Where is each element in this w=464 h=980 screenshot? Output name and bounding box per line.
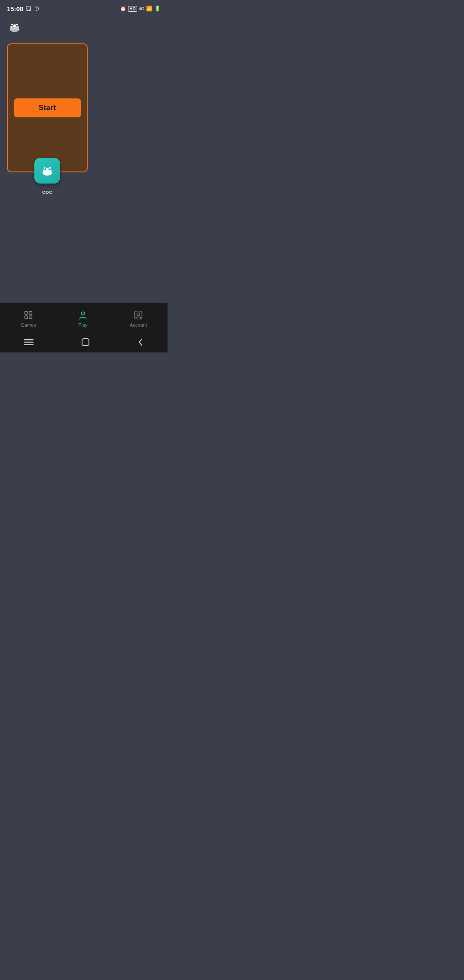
svg-point-5: [16, 24, 18, 25]
signal-icon: 📶: [146, 6, 153, 12]
hd-badge: HD: [128, 6, 137, 12]
game-app-icon[interactable]: [34, 158, 60, 184]
nav-item-account[interactable]: Account: [121, 306, 156, 331]
game-card: Start: [7, 43, 88, 172]
battery-icon: 🔋: [154, 6, 161, 12]
play-icon: [77, 309, 89, 321]
app-logo: [7, 18, 25, 36]
app-header: [0, 15, 168, 38]
svg-point-7: [18, 26, 19, 28]
svg-rect-23: [24, 339, 34, 340]
svg-point-20: [81, 312, 84, 315]
svg-point-4: [11, 24, 13, 25]
svg-point-6: [10, 26, 12, 28]
game-paw-cloud-icon: [40, 163, 55, 178]
status-time: 15:08: [7, 5, 23, 12]
clock-status-icon: ⏱: [34, 6, 40, 12]
svg-point-15: [50, 169, 52, 171]
svg-rect-17: [29, 311, 32, 314]
home-button[interactable]: [81, 338, 90, 348]
svg-rect-26: [82, 339, 89, 346]
games-label: Games: [21, 322, 36, 328]
svg-point-13: [49, 167, 51, 169]
svg-point-12: [44, 167, 46, 169]
svg-point-22: [137, 312, 140, 315]
svg-rect-18: [25, 315, 28, 318]
bottom-nav: Games Play Account: [0, 303, 168, 334]
status-right: ⏰ HD 4G 📶 🔋: [120, 6, 161, 12]
svg-rect-25: [24, 344, 34, 345]
svg-rect-19: [29, 315, 32, 318]
account-label: Account: [130, 322, 147, 328]
start-button[interactable]: Start: [14, 98, 81, 117]
alarm-icon: ⏰: [120, 6, 126, 12]
games-icon: [23, 309, 34, 321]
4g-icon: 4G: [139, 6, 144, 11]
play-label: Play: [78, 322, 87, 328]
main-content: Start coc: [0, 38, 168, 303]
svg-rect-16: [25, 311, 28, 314]
game-card-wrapper: Start coc: [7, 43, 88, 195]
recents-button[interactable]: [24, 339, 34, 347]
svg-point-3: [13, 24, 16, 27]
paw-cloud-logo-icon: [7, 19, 22, 35]
status-bar: 15:08 🖼 ⏱ ⏰ HD 4G 📶 🔋: [0, 0, 168, 15]
account-icon: [133, 309, 144, 321]
status-left: 15:08 🖼 ⏱: [7, 5, 40, 12]
system-nav-bar: [0, 334, 168, 352]
image-status-icon: 🖼: [26, 6, 31, 12]
svg-point-11: [46, 168, 49, 170]
nav-item-play[interactable]: Play: [69, 306, 97, 331]
game-name: coc: [42, 189, 52, 195]
svg-rect-24: [24, 342, 34, 343]
svg-point-14: [43, 169, 44, 171]
nav-item-games[interactable]: Games: [12, 306, 44, 331]
back-button[interactable]: [137, 338, 143, 348]
